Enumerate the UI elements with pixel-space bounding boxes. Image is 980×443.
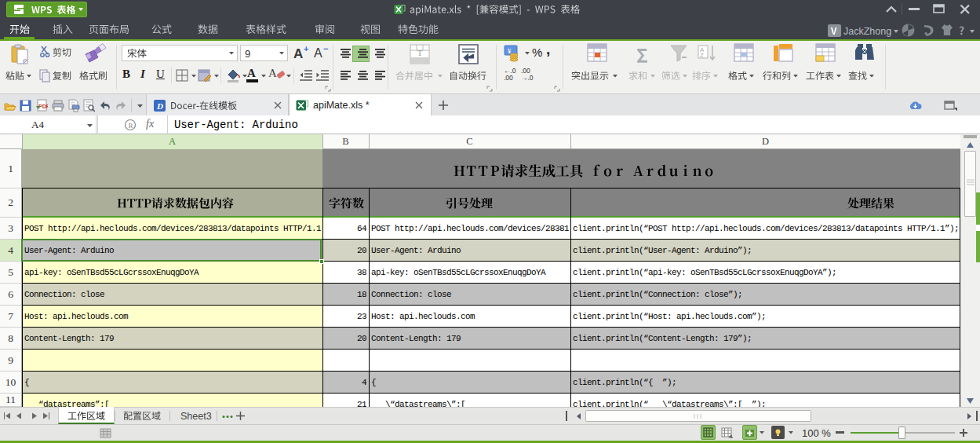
svg-text:T: T <box>417 48 423 57</box>
svg-text:Z: Z <box>700 52 704 59</box>
svg-text:PDF: PDF <box>38 104 48 109</box>
svg-text:D: D <box>156 101 163 111</box>
svg-text:R: R <box>129 122 133 130</box>
